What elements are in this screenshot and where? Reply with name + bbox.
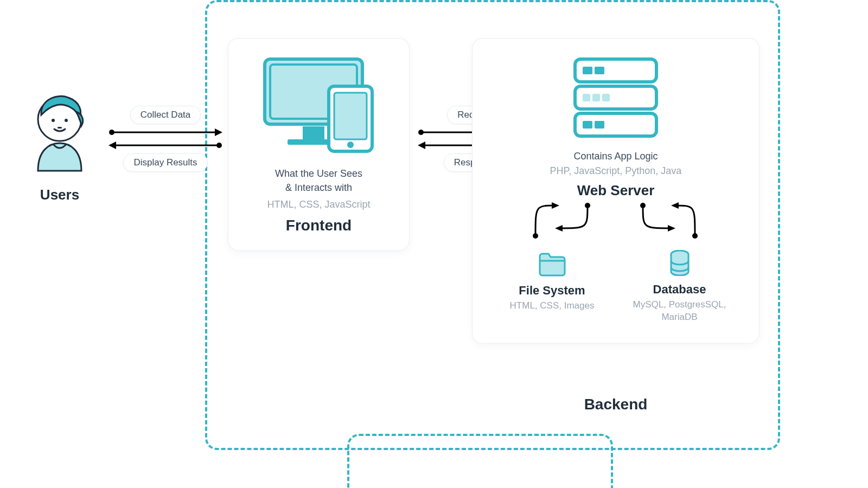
svg-point-5	[109, 130, 114, 135]
frontend-card: What the User Sees & Interacts with HTML…	[228, 38, 410, 251]
arrow-right-icon	[108, 127, 222, 137]
svg-rect-12	[303, 126, 324, 139]
monitor-tablet-icon	[259, 149, 379, 158]
svg-rect-15	[334, 93, 367, 139]
svg-point-2	[65, 119, 68, 122]
arrows-users-frontend: Collect Data Display Results	[108, 106, 222, 172]
frontend-tech: HTML, CSS, JavaScript	[241, 199, 396, 210]
database-title: Database	[624, 282, 735, 297]
svg-point-40	[692, 233, 698, 239]
svg-rect-3	[58, 127, 62, 129]
svg-point-16	[347, 142, 354, 148]
folder-icon	[538, 269, 567, 279]
webserver-connectors	[486, 202, 746, 240]
frontend-title: Frontend	[241, 217, 396, 234]
svg-rect-29	[602, 94, 610, 101]
arrow-left-icon	[108, 140, 222, 150]
svg-marker-22	[418, 142, 425, 149]
display-results-pill: Display Results	[123, 153, 207, 172]
svg-marker-39	[671, 202, 679, 209]
backend-card: Contains App Logic PHP, JavaScript, Pyth…	[472, 38, 760, 344]
users-label: Users	[16, 187, 103, 203]
file-system-block: File System HTML, CSS, Images	[496, 250, 608, 324]
svg-rect-24	[583, 67, 592, 74]
svg-point-8	[216, 143, 222, 148]
svg-marker-36	[555, 225, 563, 232]
file-system-title: File System	[496, 284, 608, 298]
svg-point-34	[533, 233, 538, 239]
users-block: Users	[16, 87, 103, 203]
svg-marker-9	[108, 142, 116, 149]
database-icon	[669, 268, 691, 278]
frontend-desc-line1: What the User Sees	[241, 166, 396, 181]
collect-data-pill: Collect Data	[130, 106, 201, 124]
svg-rect-27	[583, 94, 590, 101]
web-server-label: Web Server	[486, 182, 746, 199]
svg-point-18	[418, 130, 424, 135]
svg-rect-31	[583, 121, 592, 129]
server-rack-icon	[570, 136, 662, 145]
database-tech: MySQL, PostgresSQL, MariaDB	[624, 299, 735, 324]
svg-marker-6	[215, 129, 222, 136]
database-block: Database MySQL, PostgresSQL, MariaDB	[624, 250, 735, 324]
backend-desc: Contains App Logic	[486, 151, 746, 162]
frontend-desc-line2: & Interacts with	[241, 181, 396, 195]
svg-point-35	[585, 203, 590, 208]
svg-marker-38	[668, 225, 675, 232]
user-icon	[22, 171, 98, 181]
svg-rect-32	[595, 121, 604, 129]
inner-dashed-boundary	[347, 434, 613, 488]
backend-title: Backend	[472, 396, 760, 413]
svg-rect-25	[595, 67, 604, 74]
file-system-tech: HTML, CSS, Images	[496, 300, 608, 312]
svg-marker-33	[552, 202, 559, 209]
svg-point-37	[640, 203, 646, 208]
backend-tech: PHP, JavaScript, Python, Java	[486, 165, 746, 177]
svg-rect-28	[592, 94, 600, 101]
svg-point-1	[52, 119, 55, 122]
